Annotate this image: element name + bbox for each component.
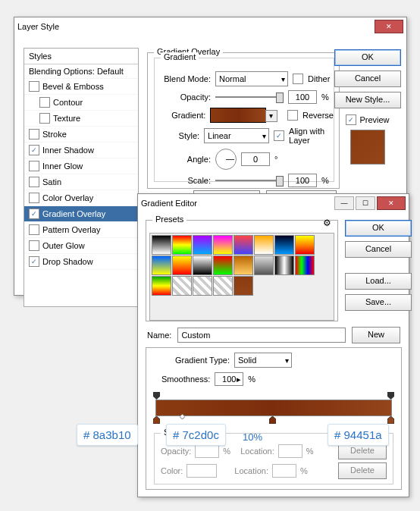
preset-swatch[interactable] bbox=[152, 235, 171, 255]
checkbox[interactable] bbox=[39, 113, 50, 124]
opacity-input[interactable]: 100 bbox=[288, 90, 317, 104]
presets-area[interactable] bbox=[149, 233, 334, 321]
list-item[interactable]: ✓Inner Shadow bbox=[24, 143, 138, 158]
new-button[interactable]: New bbox=[352, 327, 400, 343]
dither-checkbox[interactable] bbox=[293, 74, 303, 84]
blend-mode-select[interactable]: Normal bbox=[215, 71, 288, 86]
preset-swatch[interactable] bbox=[213, 256, 233, 275]
gear-icon[interactable]: ⚙ bbox=[323, 218, 331, 228]
align-checkbox[interactable]: ✓ bbox=[274, 130, 284, 141]
midpoint-icon[interactable] bbox=[180, 414, 186, 422]
style-select[interactable]: Linear bbox=[204, 128, 269, 143]
preset-swatch[interactable] bbox=[152, 256, 171, 275]
color-stop-icon[interactable] bbox=[269, 416, 276, 424]
svg-marker-4 bbox=[387, 416, 394, 424]
list-item[interactable]: Satin bbox=[24, 174, 138, 190]
preset-swatch[interactable] bbox=[213, 276, 233, 296]
reverse-checkbox[interactable] bbox=[287, 110, 298, 121]
preset-swatch[interactable] bbox=[172, 276, 192, 296]
list-item[interactable]: Color Overlay bbox=[24, 190, 138, 206]
stop-opacity-input[interactable] bbox=[195, 444, 219, 458]
angle-dial[interactable] bbox=[215, 149, 237, 170]
save-button[interactable]: Save... bbox=[345, 294, 412, 311]
name-input[interactable]: Custom bbox=[177, 328, 346, 343]
stop-location-label: Location: bbox=[240, 447, 274, 456]
list-item[interactable]: Inner Glow bbox=[24, 158, 138, 174]
scale-slider[interactable] bbox=[215, 174, 284, 187]
preset-swatch[interactable] bbox=[295, 235, 315, 255]
minimize-icon[interactable]: — bbox=[334, 196, 354, 210]
opacity-stop-icon[interactable] bbox=[387, 392, 394, 400]
align-label: Align with Layer bbox=[289, 127, 334, 145]
checkbox[interactable] bbox=[39, 97, 50, 108]
maximize-icon[interactable]: ☐ bbox=[356, 196, 375, 210]
scale-input[interactable]: 100 bbox=[288, 174, 317, 187]
gradient-picker[interactable] bbox=[210, 108, 266, 123]
checkbox[interactable] bbox=[29, 161, 39, 171]
stop-color-swatch[interactable] bbox=[186, 464, 217, 478]
load-button[interactable]: Load... bbox=[345, 273, 412, 290]
list-item[interactable]: Bevel & Emboss bbox=[24, 79, 138, 95]
presets-group: Presets ⚙ bbox=[146, 220, 338, 321]
close-icon[interactable]: ✕ bbox=[377, 196, 406, 210]
color-stop-icon[interactable] bbox=[387, 416, 394, 424]
checkbox[interactable] bbox=[29, 81, 39, 92]
checkbox[interactable]: ✓ bbox=[29, 256, 39, 267]
preset-swatch[interactable] bbox=[295, 256, 315, 275]
checkbox[interactable]: ✓ bbox=[29, 208, 39, 219]
angle-input[interactable]: 0 bbox=[241, 152, 270, 166]
stop-location-input[interactable] bbox=[278, 444, 302, 458]
gradient-bar[interactable] bbox=[155, 400, 392, 416]
preset-swatch[interactable] bbox=[274, 235, 294, 255]
list-item[interactable]: Contour bbox=[24, 95, 138, 111]
opacity-slider[interactable] bbox=[215, 91, 284, 103]
svg-marker-1 bbox=[387, 392, 394, 400]
blending-options-row[interactable]: Blending Options: Default bbox=[24, 64, 138, 79]
checkbox[interactable]: ✓ bbox=[29, 145, 39, 155]
preset-swatch[interactable] bbox=[172, 256, 192, 275]
cancel-button[interactable]: Cancel bbox=[345, 241, 412, 258]
gradient-type-select[interactable]: Solid bbox=[234, 353, 292, 368]
color-stop-icon[interactable] bbox=[153, 416, 160, 424]
preset-swatch[interactable] bbox=[234, 235, 253, 255]
preset-swatch[interactable] bbox=[193, 235, 212, 255]
cancel-button[interactable]: Cancel bbox=[334, 71, 401, 87]
preset-swatch[interactable] bbox=[254, 256, 274, 275]
smoothness-input[interactable]: 100▸ bbox=[215, 372, 243, 386]
checkbox[interactable] bbox=[29, 240, 39, 251]
list-item[interactable]: Pattern Overlay bbox=[24, 222, 138, 238]
stop-location-input[interactable] bbox=[272, 464, 296, 478]
preset-swatch[interactable] bbox=[254, 235, 274, 255]
delete-c-button[interactable]: Delete bbox=[338, 462, 387, 479]
ok-button[interactable]: OK bbox=[345, 220, 412, 237]
opacity-stop-icon[interactable] bbox=[153, 392, 160, 400]
opacity-label: Opacity: bbox=[164, 92, 211, 102]
preset-swatch[interactable] bbox=[274, 256, 294, 275]
checkbox[interactable] bbox=[29, 224, 39, 235]
list-item[interactable]: Stroke bbox=[24, 127, 138, 143]
preset-swatch[interactable] bbox=[172, 235, 192, 255]
annotation-midpoint: 10% bbox=[243, 431, 262, 443]
list-item[interactable]: Texture bbox=[24, 111, 138, 127]
preset-swatch[interactable] bbox=[193, 256, 212, 275]
styles-list-header[interactable]: Styles bbox=[24, 49, 138, 64]
list-item-selected[interactable]: ✓Gradient Overlay bbox=[24, 206, 138, 222]
ok-button[interactable]: OK bbox=[334, 49, 401, 66]
checkbox[interactable] bbox=[29, 193, 39, 203]
svg-marker-0 bbox=[153, 392, 160, 400]
new-style-button[interactable]: New Style... bbox=[334, 92, 401, 108]
list-item[interactable]: Outer Glow bbox=[24, 238, 138, 254]
preset-swatch[interactable] bbox=[213, 235, 233, 255]
preset-swatch[interactable] bbox=[234, 256, 253, 275]
style-label: Style: bbox=[164, 131, 199, 140]
angle-label: Angle: bbox=[164, 155, 211, 164]
close-icon[interactable]: ✕ bbox=[375, 20, 403, 33]
preset-swatch[interactable] bbox=[152, 276, 171, 296]
scale-label: Scale: bbox=[164, 176, 211, 185]
checkbox[interactable] bbox=[29, 129, 39, 140]
preset-swatch[interactable] bbox=[193, 276, 212, 296]
preview-checkbox[interactable]: ✓ bbox=[346, 114, 356, 125]
checkbox[interactable] bbox=[29, 177, 39, 187]
list-item[interactable]: ✓Drop Shadow bbox=[24, 254, 138, 270]
preset-swatch[interactable] bbox=[234, 276, 253, 296]
